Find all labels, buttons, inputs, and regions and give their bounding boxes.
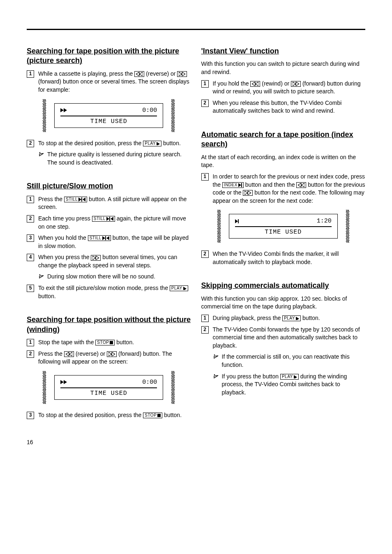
tip-row: The picture quality is lessened during p… [38, 151, 191, 167]
osd-time: 1:20 [317, 218, 332, 225]
osd-top: 1:20 [235, 218, 332, 225]
osd-display: 0:00 TIME USED [27, 99, 191, 132]
text: If you hold the [213, 80, 251, 87]
step-text: When you hold the STILL button, the tape… [38, 234, 191, 250]
step-text: To stop at the desired position, press t… [38, 411, 191, 420]
text: If you press the button [222, 373, 280, 380]
tip-text: If you press the button PLAY during the … [222, 373, 366, 397]
ff-icon [60, 108, 67, 112]
play-icon [294, 375, 297, 378]
step-text: The TV-Video Combi forwards the type by … [213, 326, 366, 350]
tip-icon [213, 373, 219, 379]
rewind-button[interactable] [134, 71, 144, 77]
rewind-button[interactable] [64, 351, 74, 357]
play-label: PLAY [282, 374, 293, 380]
rewind-button[interactable] [296, 182, 306, 188]
tip-icon [38, 151, 44, 157]
osd-time: 0:00 [142, 107, 157, 114]
osd-label: TIME USED [60, 118, 157, 125]
left-column: Searching for tape position with the pic… [27, 46, 191, 422]
forward-button[interactable] [177, 71, 187, 77]
step-number: 1 [27, 70, 34, 78]
step-number: 2 [201, 250, 209, 258]
osd-display: 1:20 TIME USED [201, 210, 366, 243]
step-number: 1 [201, 315, 209, 322]
forward-button[interactable] [107, 351, 117, 357]
content-columns: Searching for tape position with the pic… [27, 46, 365, 422]
stop-button[interactable]: STOP [143, 413, 162, 418]
still-icon [78, 197, 85, 202]
step-row: 2 Press the (reverse) or (forward) butto… [27, 350, 191, 366]
step-number: 3 [27, 234, 34, 242]
forward-button[interactable] [243, 190, 253, 196]
text: button. [116, 339, 134, 345]
still-button[interactable]: STILL [92, 216, 115, 222]
step-text: Press the STILL button. A still picture … [38, 195, 191, 211]
text: During playback, press the [213, 315, 283, 321]
play-button[interactable]: PLAY [282, 315, 301, 321]
step-number: 5 [27, 285, 34, 292]
stop-icon [157, 414, 161, 417]
tip-row: If the commercial is still on, you can r… [213, 353, 366, 369]
play-button[interactable]: PLAY [170, 285, 188, 291]
heading-index-search: Automatic search for a tape position (in… [201, 130, 366, 149]
step-row: 1 Press the STILL button. A still pictur… [27, 195, 191, 211]
step-row: 1 In order to search for the previous or… [201, 173, 366, 205]
step-row: 4 When you press the button several time… [27, 253, 191, 269]
osd-display: 0:00 TIME USED [27, 371, 191, 404]
osd-strip-left [217, 210, 221, 243]
text: (rewind) or [262, 80, 291, 87]
stop-label: STOP [97, 340, 109, 345]
step-number: 1 [27, 196, 34, 203]
heading-winding: Searching for tape position without the … [27, 315, 191, 334]
play-button[interactable]: PLAY [280, 374, 299, 380]
still-label: STILL [66, 197, 78, 202]
text: (reverse) or [146, 70, 177, 77]
right-column: 'Instant View' function With this functi… [201, 46, 366, 422]
osd-strip-left [43, 371, 46, 404]
tip-row: During slow motion there will be no soun… [38, 273, 191, 281]
osd-frame: 0:00 TIME USED [54, 103, 163, 128]
intro-text: With this function you can skip approx. … [201, 295, 366, 311]
stop-button[interactable]: STOP [95, 340, 115, 345]
text: To stop at the desired position, press t… [38, 140, 143, 146]
still-button[interactable]: STILL [64, 197, 87, 202]
step-text: If you hold the (rewind) or (forward) bu… [213, 80, 366, 96]
tip-icon [213, 353, 219, 359]
forward-icon [108, 352, 115, 356]
step-text: While a cassette is playing, press the (… [38, 70, 191, 94]
osd-label: TIME USED [60, 390, 157, 397]
tip-row: If you press the button PLAY during the … [213, 373, 366, 397]
still-button[interactable]: STILL [88, 235, 111, 241]
osd-strip-left [43, 99, 46, 132]
heading-picture-search: Searching for tape position with the pic… [27, 46, 191, 66]
play-button[interactable]: PLAY [143, 141, 161, 146]
text: Press the [38, 196, 64, 202]
forward-button[interactable] [91, 255, 101, 261]
text: While a cassette is playing, press the [38, 70, 134, 77]
step-row: 2 When the TV-Video Combi finds the mark… [201, 250, 366, 266]
step-row: 1 While a cassette is playing, press the… [27, 70, 191, 94]
play-icon [183, 287, 187, 290]
forward-button[interactable] [291, 81, 301, 87]
step-number: 2 [27, 350, 34, 358]
index-label: INDEX [224, 182, 238, 188]
text: (forward) button once or several times. … [38, 78, 189, 93]
osd-strip-right [171, 99, 175, 132]
index-button[interactable]: INDEX [222, 182, 244, 188]
osd-time: 0:00 [142, 379, 157, 386]
step-text: In order to search for the previous or n… [213, 173, 366, 205]
step-row: 1 If you hold the (rewind) or (forward) … [201, 80, 366, 96]
step-text: When you press the button several times,… [38, 253, 191, 269]
step-number: 2 [201, 326, 209, 334]
text: button. [38, 293, 56, 299]
rewind-button[interactable] [250, 81, 260, 87]
rewind-icon [252, 82, 258, 86]
forward-icon [179, 72, 185, 76]
step-row: 3 When you hold the STILL button, the ta… [27, 234, 191, 250]
osd-top: 0:00 [60, 107, 157, 115]
heading-skip-commercials: Skipping commercials automatically [201, 281, 366, 290]
text: (reverse) or [76, 350, 107, 357]
text: button and then the [245, 181, 297, 188]
stop-icon [110, 341, 113, 344]
